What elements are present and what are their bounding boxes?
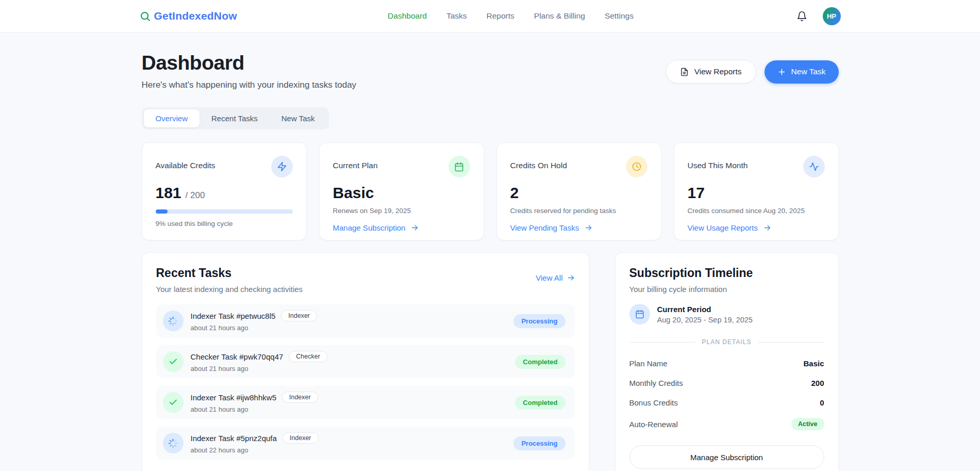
status-badge: Completed	[515, 396, 565, 410]
credits-progress-bar	[156, 209, 293, 214]
available-credits-card: Available Credits 181 / 200 9% used this…	[142, 142, 307, 240]
check-icon	[163, 392, 184, 413]
plan-details-label: PLAN DETAILS	[702, 338, 752, 346]
user-avatar[interactable]: HP	[823, 7, 841, 25]
spinner-icon	[163, 433, 184, 453]
detail-value: 0	[820, 398, 824, 407]
view-tabs: Overview Recent Tasks New Task	[142, 107, 329, 129]
bell-icon	[796, 11, 807, 22]
recent-tasks-subheading: Your latest indexing and checking activi…	[156, 285, 303, 294]
activity-icon	[803, 156, 825, 177]
task-title: Indexer Task #ijw8hhkw5	[191, 393, 276, 402]
recent-tasks-panel: Recent Tasks Your latest indexing and ch…	[142, 252, 589, 471]
app-logo-text: GetIndexedNow	[154, 10, 237, 22]
current-period-range: Aug 20, 2025 - Sep 19, 2025	[657, 316, 753, 324]
view-pending-tasks-link[interactable]: View Pending Tasks	[510, 223, 593, 232]
credits-progress-fill	[156, 209, 168, 214]
credits-on-hold-value: 2	[510, 184, 519, 202]
credits-caption: 9% used this billing cycle	[156, 220, 293, 228]
calendar-icon	[629, 304, 650, 324]
subscription-heading: Subscription Timeline	[629, 266, 824, 280]
status-badge: Processing	[513, 314, 565, 328]
used-this-month-card: Used This Month 17 Credits consumed sinc…	[674, 142, 839, 240]
manage-subscription-button[interactable]: Manage Subscription	[629, 445, 824, 469]
nav-item-reports[interactable]: Reports	[487, 11, 514, 21]
subscription-subheading: Your billing cycle information	[629, 285, 824, 294]
nav-item-tasks[interactable]: Tasks	[446, 11, 467, 21]
subscription-timeline-panel: Subscription Timeline Your billing cycle…	[615, 252, 839, 471]
task-title: Checker Task #pwk70qq47	[191, 352, 284, 361]
main-nav: Dashboard Tasks Reports Plans & Billing …	[388, 0, 634, 32]
plan-details-divider: PLAN DETAILS	[629, 338, 824, 346]
top-navigation-bar: GetIndexedNow Dashboard Tasks Reports Pl…	[0, 0, 980, 33]
task-row[interactable]: Indexer Task #5pnz2qufa Indexer about 22…	[156, 427, 575, 460]
view-reports-button[interactable]: View Reports	[666, 60, 756, 84]
page-title: Dashboard	[142, 52, 357, 74]
bolt-icon	[271, 156, 293, 177]
stat-title: Available Credits	[156, 156, 215, 170]
document-icon	[680, 68, 689, 76]
monthly-credits-row: Monthly Credits 200	[629, 379, 824, 387]
task-row[interactable]: Checker Task #pwk70qq47 Checker about 21…	[156, 345, 575, 378]
nav-item-settings[interactable]: Settings	[605, 11, 634, 21]
recent-tasks-heading: Recent Tasks	[156, 266, 303, 280]
arrow-right-icon	[585, 224, 592, 232]
arrow-right-icon	[567, 274, 575, 282]
task-type-badge: Checker	[289, 351, 327, 362]
manage-subscription-link[interactable]: Manage Subscription	[333, 223, 419, 232]
stat-title: Used This Month	[688, 156, 748, 170]
current-plan-card: Current Plan Basic Renews on Sep 19, 202…	[319, 142, 484, 240]
new-task-label: New Task	[791, 67, 826, 76]
nav-item-dashboard[interactable]: Dashboard	[388, 11, 427, 21]
task-title: Indexer Task #5pnz2qufa	[191, 434, 277, 443]
view-usage-reports-link-label: View Usage Reports	[688, 223, 758, 232]
current-period-label: Current Period	[657, 304, 753, 314]
view-usage-reports-link[interactable]: View Usage Reports	[688, 223, 771, 232]
task-row[interactable]: Indexer Task #petwuc8l5 Indexer about 21…	[156, 304, 575, 337]
view-all-label: View All	[536, 273, 562, 282]
check-icon	[163, 351, 184, 372]
used-this-month-value: 17	[688, 184, 705, 202]
task-type-badge: Indexer	[283, 432, 319, 444]
new-task-button[interactable]: New Task	[765, 60, 839, 84]
stat-title: Current Plan	[333, 156, 378, 170]
active-badge: Active	[791, 418, 824, 430]
plan-name-row: Plan Name Basic	[629, 359, 824, 368]
task-type-badge: Indexer	[281, 310, 317, 321]
task-row[interactable]: Indexer Task #ijw8hhkw5 Indexer about 21…	[156, 386, 575, 419]
task-timestamp: about 21 hours ago	[191, 365, 516, 372]
task-list: Indexer Task #petwuc8l5 Indexer about 21…	[156, 304, 575, 460]
task-timestamp: about 21 hours ago	[191, 405, 516, 413]
arrow-right-icon	[411, 224, 419, 232]
manage-subscription-link-label: Manage Subscription	[333, 223, 406, 232]
task-timestamp: about 21 hours ago	[191, 324, 514, 332]
clock-icon	[626, 156, 647, 177]
task-timestamp: about 22 hours ago	[191, 446, 514, 454]
auto-renewal-row: Auto-Renewal Active	[629, 418, 824, 430]
view-pending-tasks-link-label: View Pending Tasks	[510, 223, 579, 232]
spinner-icon	[163, 311, 184, 331]
page-header: Dashboard Here's what's happening with y…	[142, 33, 839, 90]
view-reports-label: View Reports	[694, 67, 742, 76]
tab-recent-tasks[interactable]: Recent Tasks	[200, 109, 270, 127]
view-all-link[interactable]: View All	[536, 273, 574, 282]
status-badge: Completed	[515, 355, 565, 369]
nav-item-plans-billing[interactable]: Plans & Billing	[534, 11, 585, 21]
detail-label: Plan Name	[629, 359, 668, 368]
current-plan-value: Basic	[333, 184, 374, 202]
stats-grid: Available Credits 181 / 200 9% used this…	[142, 142, 839, 240]
detail-label: Bonus Credits	[629, 398, 678, 407]
detail-value: Basic	[803, 359, 824, 368]
page-subtitle: Here's what's happening with your indexi…	[142, 80, 357, 90]
tab-overview[interactable]: Overview	[144, 109, 200, 127]
detail-label: Auto-Renewal	[629, 420, 678, 429]
notifications-button[interactable]	[794, 9, 809, 24]
app-logo[interactable]: GetIndexedNow	[140, 10, 237, 22]
stat-title: Credits On Hold	[510, 156, 567, 170]
plus-icon	[777, 68, 786, 76]
available-credits-total: / 200	[186, 190, 205, 201]
tab-new-task[interactable]: New Task	[270, 109, 327, 127]
credits-on-hold-card: Credits On Hold 2 Credits reserved for p…	[496, 142, 661, 240]
detail-label: Monthly Credits	[629, 379, 683, 387]
arrow-right-icon	[763, 224, 771, 232]
